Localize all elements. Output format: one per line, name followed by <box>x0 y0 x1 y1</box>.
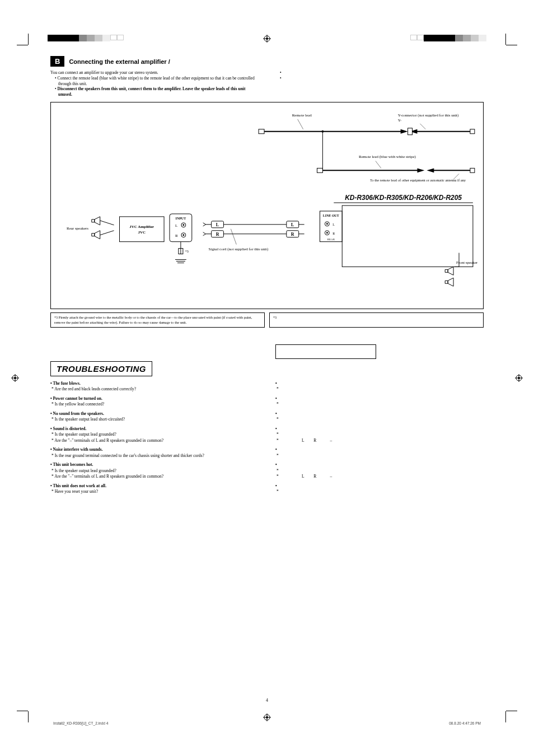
color-bar <box>410 35 486 41</box>
label-y-connector: Y-connector (not supplied for this unit) <box>398 113 459 118</box>
ts-item: • No sound from the speakers. * Is the s… <box>50 411 259 423</box>
label-front-speakers: Front speakers <box>456 260 477 265</box>
page-number: 4 <box>266 698 268 703</box>
intro-bullet-blank <box>280 70 484 76</box>
crop-mark <box>505 711 506 722</box>
registration-mark-icon <box>515 374 523 382</box>
ts-item-blank: •* <box>275 447 484 459</box>
crop-mark <box>17 45 28 45</box>
ts-item: • The fuse blows. * Are the red and blac… <box>50 381 259 393</box>
footer-timestamp: 08.8.20 4:47:26 PM <box>449 721 481 725</box>
ts-item-blank: •* <box>275 381 484 393</box>
crop-mark <box>506 45 517 45</box>
svg-point-75 <box>326 232 328 234</box>
ts-item: • This unit becomes hot. * Is the speake… <box>50 462 259 480</box>
svg-marker-27 <box>417 168 424 172</box>
svg-point-44 <box>182 234 184 236</box>
svg-marker-29 <box>427 168 434 172</box>
crop-mark <box>28 711 29 722</box>
registration-mark-icon <box>263 713 271 721</box>
footer-filename: Install2_KD-R306[U]_CT_2.indd 4 <box>53 721 108 725</box>
wiring-diagram: Remote lead Y-connector (not supplied fo… <box>50 102 484 309</box>
ts-item: • Noise interfere with sounds. * Is the … <box>50 447 259 459</box>
ts-item: • Power cannot be turned on. * Is the ye… <box>50 396 259 408</box>
footnote-box: *3 <box>269 312 484 328</box>
label-remote-lead: Remote lead <box>292 113 312 118</box>
ts-item-blank: •* <box>275 396 484 408</box>
svg-rect-24 <box>408 128 413 135</box>
ts-item: • Sound is distorted. * Is the speaker o… <box>50 426 259 444</box>
label-input: INPUT <box>176 217 186 220</box>
svg-line-37 <box>100 230 114 235</box>
ts-item-blank: •* <box>275 411 484 423</box>
intro-text: You can connect an amplifier to upgrade … <box>50 70 259 76</box>
svg-point-33 <box>321 130 324 133</box>
intro-bullet-blank <box>280 76 484 81</box>
svg-text:L: L <box>216 222 219 227</box>
label-to-remote: To the remote lead of other equipment or… <box>370 178 466 182</box>
label-signal-cord: Signal cord (not supplied for this unit) <box>209 246 269 251</box>
label-remote-lead-blue: Remote lead (blue with white stripe) <box>359 155 416 159</box>
label-y-suffix: Y- <box>398 118 402 123</box>
svg-line-59 <box>203 232 206 234</box>
svg-rect-38 <box>120 217 165 242</box>
troubleshooting-header-blank <box>275 344 376 359</box>
label-star3: *3 <box>185 250 189 253</box>
intro-bullet: Connect the remote lead (blue with white… <box>55 76 259 87</box>
svg-line-55 <box>203 225 206 226</box>
svg-rect-77 <box>342 206 473 267</box>
crop-mark <box>505 34 506 45</box>
svg-rect-22 <box>259 129 264 134</box>
svg-line-54 <box>203 223 206 225</box>
svg-text:R: R <box>332 231 335 235</box>
svg-text:R: R <box>216 231 219 236</box>
label-jvc-amp: JVC Amplifier <box>129 225 154 229</box>
crop-mark <box>17 711 28 711</box>
crop-mark <box>506 711 517 711</box>
svg-text:R: R <box>175 233 178 237</box>
label-rear: REAR <box>327 237 335 240</box>
rca-connector-icon: L R <box>287 221 305 237</box>
registration-mark-icon <box>263 35 271 43</box>
svg-rect-23 <box>470 129 475 134</box>
svg-line-17 <box>420 124 425 129</box>
troubleshooting-header: TROUBLESHOOTING <box>50 361 152 376</box>
section-title: Connecting the external amplifier / <box>69 58 170 65</box>
svg-text:L: L <box>175 223 177 228</box>
svg-text:L: L <box>332 223 335 226</box>
svg-marker-19 <box>401 129 408 134</box>
label-jvc: JVC <box>138 230 146 234</box>
label-rear-speakers: Rear speakers <box>67 226 88 231</box>
ts-item-blank: • * * L R – <box>275 462 484 480</box>
svg-line-36 <box>100 221 114 225</box>
svg-line-25 <box>376 161 381 168</box>
svg-text:R: R <box>291 231 294 236</box>
svg-point-41 <box>182 224 184 226</box>
ts-item-blank: • * * L R – <box>275 426 484 444</box>
rca-connector-icon: L R <box>203 221 224 237</box>
crop-mark <box>28 34 29 45</box>
ts-item-blank: •* <box>275 483 484 495</box>
svg-rect-30 <box>317 168 322 172</box>
svg-line-16 <box>298 119 303 129</box>
svg-line-63 <box>231 229 236 245</box>
footnote-box: *3 Firmly attach the ground wire to the … <box>50 312 265 328</box>
svg-rect-31 <box>470 168 475 172</box>
registration-mark-icon <box>11 374 19 382</box>
svg-point-72 <box>326 223 328 225</box>
section-letter: B <box>50 56 64 67</box>
model-heading: KD-R306/KD-R305/KD-R206/KD-R205 <box>345 194 462 202</box>
label-line-out: LINE OUT <box>323 214 339 217</box>
ts-item: • This unit does not work at all. * Have… <box>50 483 259 495</box>
intro-bullet: Disconnect the speakers from this unit, … <box>55 86 259 97</box>
svg-text:L: L <box>291 222 294 227</box>
svg-line-60 <box>203 234 206 235</box>
color-bar <box>48 35 124 41</box>
